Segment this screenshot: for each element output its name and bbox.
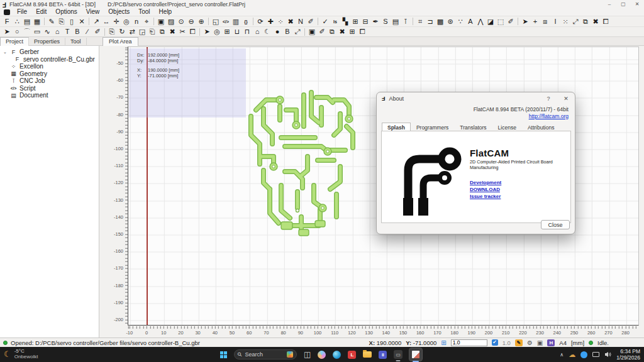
cut-path-button[interactable]: ✂ <box>177 27 187 36</box>
zoom-out-button[interactable]: ⊖ <box>186 17 196 26</box>
cursor-tool-button[interactable]: I <box>550 17 560 26</box>
close-button[interactable]: ✕ <box>630 0 644 8</box>
pen-tool-button[interactable]: ✐ <box>92 27 103 36</box>
distance-tool-button[interactable]: ↗ <box>91 17 101 26</box>
calibrate-button[interactable]: ⋀ <box>475 17 486 26</box>
two-sided-button[interactable]: ∵ <box>455 17 465 26</box>
tree-item-document[interactable]: ▤Document <box>0 92 99 99</box>
weather-widget[interactable]: ☾ -5°C Onbewolkt <box>4 348 38 359</box>
film-tool-button[interactable]: ls <box>330 17 340 26</box>
clock[interactable]: 6:34 PM 1/29/2026 <box>616 348 640 361</box>
grb-move-button[interactable]: ⧠ <box>357 27 367 36</box>
issue-tracker-link[interactable]: Issue tracker <box>470 194 567 200</box>
grb-delete-button[interactable]: ✖ <box>337 27 347 36</box>
window-app-icon[interactable]: ▭ <box>394 350 402 359</box>
tab-plot-area[interactable]: Plot Area <box>103 37 138 46</box>
measure-a-button[interactable]: A <box>465 17 475 26</box>
tcl-shell-button[interactable]: {} <box>241 17 251 26</box>
new-project-button[interactable]: F <box>2 17 12 26</box>
grb-pad-array-button[interactable]: ⊞ <box>222 27 232 36</box>
copilot-icon[interactable] <box>318 351 326 359</box>
markers-tool-button[interactable]: ⊺ <box>401 17 411 26</box>
grb-crop-button[interactable]: ⊞ <box>347 27 357 36</box>
draw-arc-button[interactable]: ⌒ <box>22 27 32 36</box>
display-tray-icon[interactable] <box>592 352 599 357</box>
copper-thieving-button[interactable]: ◪ <box>486 17 496 26</box>
menu-help[interactable]: Help <box>155 8 177 16</box>
grb-scale-button[interactable]: ⤢ <box>292 27 303 36</box>
mirror-shape-button[interactable]: ⇄ <box>127 27 137 36</box>
download-link[interactable]: DOWNLOAD <box>470 187 567 193</box>
source-editor-button[interactable]: </> <box>221 17 231 26</box>
copy-object-button[interactable]: ⎘ <box>57 17 67 26</box>
open-recent-button[interactable]: ∴ <box>12 17 22 26</box>
file-explorer-icon[interactable] <box>363 351 372 358</box>
minimize-button[interactable]: – <box>602 0 616 8</box>
grb-track-button[interactable]: ⊔ <box>232 27 242 36</box>
zoom-in-button[interactable]: ⊕ <box>196 17 206 26</box>
calculator-tool-button[interactable]: ⌗ <box>415 17 425 26</box>
check-rules-button[interactable]: ✓ <box>320 17 330 26</box>
hpgl-icon[interactable]: H <box>547 339 555 346</box>
menu-edit[interactable]: Edit <box>31 8 51 16</box>
grb-poligonize-button[interactable]: ⌂ <box>252 27 262 36</box>
open-project-button[interactable]: ▤ <box>22 17 32 26</box>
menu-view[interactable]: View <box>82 8 104 16</box>
search-input[interactable]: ⚲ Search <box>234 349 297 359</box>
start-button[interactable] <box>220 351 227 358</box>
zoom-fit-button[interactable]: ⊙ <box>176 17 186 26</box>
subtract-tool-button[interactable]: ▤ <box>391 17 401 26</box>
optimal-tool-button[interactable]: ⊛ <box>445 17 455 26</box>
volume-icon[interactable] <box>604 351 611 358</box>
preferences-gear-icon[interactable]: ⚙ <box>527 339 533 346</box>
grb-buffer-button[interactable]: B <box>282 27 292 36</box>
delete-shape2-button[interactable]: ✖ <box>167 27 177 36</box>
menu-objects[interactable]: Objects <box>104 8 134 16</box>
geo-editor-button[interactable]: ✐ <box>306 17 316 26</box>
replot-button[interactable]: ▣ <box>156 17 166 26</box>
draw-rectangle-button[interactable]: ▭ <box>32 27 42 36</box>
cloud-tray-icon[interactable]: ☁ <box>569 351 575 359</box>
flatcam-taskbar-icon[interactable] <box>409 348 422 361</box>
dialog-close-x-button[interactable]: ✕ <box>557 92 575 105</box>
edge-icon[interactable] <box>333 351 341 359</box>
select-tool-button[interactable]: ➤ <box>520 17 530 26</box>
polygon-n-button[interactable]: N <box>296 17 306 26</box>
delete-object-button[interactable]: ✕ <box>77 17 87 26</box>
union-shape-button[interactable]: ⧉ <box>157 27 167 36</box>
editor-select-button[interactable]: ➤ <box>2 27 12 36</box>
editor-copy-button[interactable]: ⎘ <box>107 27 117 36</box>
transform-tool-button[interactable]: ⊐ <box>425 17 435 26</box>
grb-region-button[interactable]: ⊓ <box>242 27 252 36</box>
copy-objects-button[interactable]: ⧉ <box>580 17 591 26</box>
buffer-b-button[interactable]: B <box>72 27 82 36</box>
tree-item-gerber[interactable]: ⌄FGerber <box>0 48 99 56</box>
grb-disc-button[interactable]: ● <box>272 27 282 36</box>
move-origin-button[interactable]: ◎ <box>121 17 131 26</box>
tree-item-geometry[interactable]: ▦Geometry <box>0 70 99 78</box>
tab-properties[interactable]: Properties <box>29 38 65 47</box>
menu-options[interactable]: Options <box>51 8 81 16</box>
save-project-button[interactable]: ▦ <box>32 17 42 26</box>
panelize-button[interactable]: ▚ <box>340 17 350 26</box>
solder-paste-button[interactable]: S <box>380 17 391 26</box>
teams-icon[interactable]: ii <box>379 351 387 359</box>
add-point-button[interactable]: + <box>530 17 540 26</box>
l-app-icon[interactable]: L <box>348 351 356 359</box>
move-objects-button[interactable]: ⧠ <box>601 17 611 26</box>
maximize-button[interactable]: ▢ <box>616 0 630 8</box>
tree-item-servo-controller-b-cu-gbr[interactable]: Fservo controller-B_Cu.gbr <box>0 56 99 63</box>
resize-tool-button[interactable]: ⤢ <box>570 17 580 26</box>
plot-toggle-icon[interactable]: ▣ <box>537 339 543 346</box>
grb-semidisc-button[interactable]: ☾ <box>262 27 272 36</box>
update-plot-button[interactable]: ⟳ <box>255 17 265 26</box>
tree-item-excellon[interactable]: ⁘Excellon <box>0 63 99 70</box>
qrcode-tool-button[interactable]: ▩ <box>435 17 445 26</box>
etch-compensation-button[interactable]: ✒ <box>370 17 380 26</box>
buffer-shape-button[interactable]: ◲ <box>137 27 147 36</box>
dialog-close-button[interactable]: Close <box>541 220 570 229</box>
tab-tool[interactable]: Tool <box>65 38 87 47</box>
snap-toggle-icon[interactable]: ✎ <box>515 339 523 346</box>
set-origin-button[interactable]: ✛ <box>111 17 121 26</box>
expander-icon[interactable]: ⌄ <box>3 50 8 55</box>
